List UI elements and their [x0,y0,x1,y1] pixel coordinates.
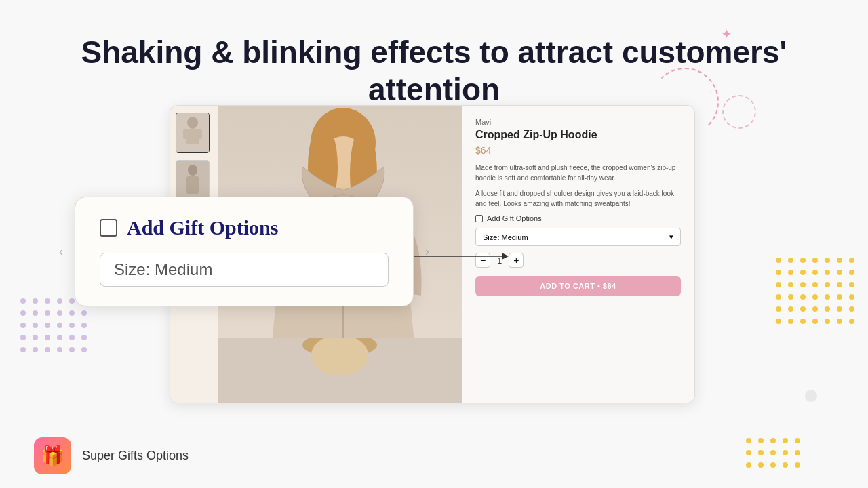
footer-bar: 🎁 Super Gifts Options [34,437,189,474]
product-title: Cropped Zip-Up Hoodie [475,129,681,141]
svg-point-1 [187,117,198,129]
chevron-down-icon: ▾ [669,232,673,241]
product-image-bottom [218,338,462,403]
decorative-dots-left [20,298,87,352]
size-value: Size: Medium [483,233,528,241]
svg-rect-3 [183,129,189,139]
quantity-value: 1 [497,256,502,266]
app-icon: 🎁 [34,437,71,474]
popup-card: ‹ › Add Gift Options Size: Medium [75,197,414,306]
product-price: $64 [475,145,681,156]
quantity-increase-button[interactable]: + [509,253,524,268]
popup-arrow-right[interactable]: › [425,245,429,259]
popup-gift-checkbox[interactable] [100,219,117,237]
product-description-1: Made from ultra-soft and plush fleece, t… [475,163,681,183]
popup-arrow-left[interactable]: ‹ [59,245,63,259]
popup-gift-text: Add Gift Options [127,216,278,239]
thumbnail-1[interactable] [176,113,210,153]
svg-rect-4 [197,129,202,139]
decorative-dots-bottom [746,438,800,468]
gift-options-row: Add Gift Options [475,214,681,222]
svg-point-6 [188,165,197,176]
brand-name: Mavi [475,118,681,126]
circle-decoration [805,390,817,402]
thumbnail-2[interactable] [176,160,210,201]
quantity-decrease-button[interactable]: − [475,253,490,268]
decorative-dots-right [776,258,854,324]
product-info-panel: Mavi Cropped Zip-Up Hoodie $64 Made from… [462,106,694,403]
gift-options-label-small: Add Gift Options [487,214,542,222]
size-select[interactable]: Size: Medium ▾ [475,228,681,246]
gift-checkbox-small[interactable] [475,215,483,222]
popup-size-text: Size: Medium [100,253,389,287]
app-name: Super Gifts Options [82,449,189,463]
page-heading: Shaking & blinking effects to attract cu… [34,34,834,108]
quantity-row: − 1 + [475,253,681,268]
add-to-cart-button[interactable]: ADD TO CART • $64 [475,276,681,296]
svg-rect-7 [186,176,199,194]
popup-gift-row: Add Gift Options [100,216,389,239]
product-description-2: A loose fit and dropped shoulder design … [475,188,681,209]
